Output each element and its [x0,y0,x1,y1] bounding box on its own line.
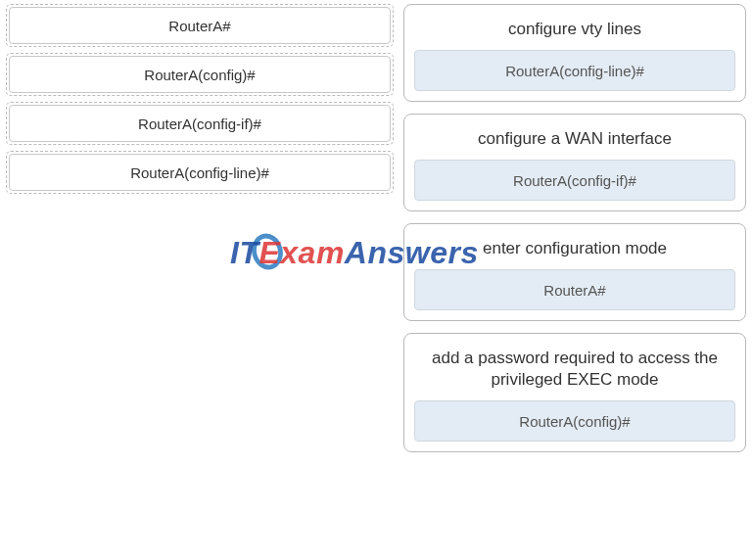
source-slot: RouterA(config-if)# [6,102,394,145]
target-card: add a password required to access the pr… [403,333,746,452]
target-column: configure vty lines RouterA(config-line)… [403,4,746,556]
drop-zone[interactable]: RouterA# [414,269,735,310]
drop-zone[interactable]: RouterA(config)# [414,400,735,442]
target-label: enter configuration mode [414,230,735,269]
source-slot: RouterA(config-line)# [6,151,394,194]
source-slot: RouterA# [6,4,394,47]
drop-zone[interactable]: RouterA(config-line)# [414,50,735,91]
source-column: RouterA# RouterA(config)# RouterA(config… [6,4,394,556]
target-label: configure a WAN interface [414,120,735,160]
draggable-prompt[interactable]: RouterA(config-line)# [9,154,391,191]
target-card: configure a WAN interface RouterA(config… [403,114,746,211]
draggable-prompt[interactable]: RouterA(config)# [9,56,391,93]
source-slot: RouterA(config)# [6,53,394,96]
target-card: configure vty lines RouterA(config-line)… [403,4,746,102]
target-label: configure vty lines [414,11,735,50]
draggable-prompt[interactable]: RouterA(config-if)# [9,105,391,142]
target-card: enter configuration mode RouterA# [403,223,746,321]
draggable-prompt[interactable]: RouterA# [9,7,391,44]
matching-question: RouterA# RouterA(config)# RouterA(config… [0,0,752,560]
drop-zone[interactable]: RouterA(config-if)# [414,160,735,201]
target-label: add a password required to access the pr… [414,340,735,400]
